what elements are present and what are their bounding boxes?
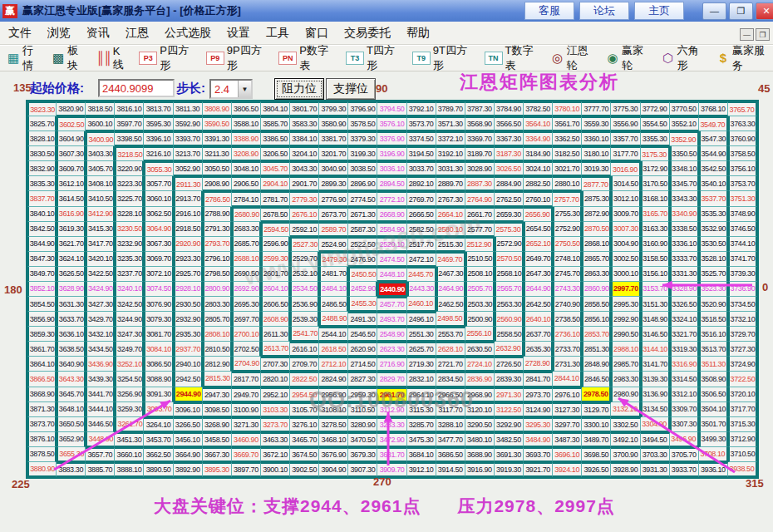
toolbar-button-行情[interactable]: ▦行情 — [7, 43, 42, 73]
grid-cell: 2812.90 — [203, 357, 232, 372]
chevron-down-icon[interactable]: ▼ — [238, 81, 251, 97]
toolbar-button-P数字表[interactable]: PNP数字表 — [278, 43, 337, 73]
grid-cell: 3813.70 — [144, 101, 173, 116]
grid-cell: 3316.90 — [670, 357, 699, 372]
grid-cell: 3854.50 — [27, 297, 57, 312]
menu-item-交易委托[interactable]: 交易委托 — [344, 26, 391, 41]
grid-cell: 2985.70 — [611, 357, 640, 372]
menu-item-文件[interactable]: 文件 — [8, 26, 32, 41]
grid-cell: 3220.90 — [115, 161, 144, 176]
grid-cell: 3249.70 — [115, 342, 144, 357]
quick-button-论坛[interactable]: 论坛 — [579, 2, 629, 20]
grid-cell: 3170.50 — [641, 176, 670, 191]
grid-cell: 2558.50 — [495, 327, 524, 342]
big-wheel-icon: ◉ — [606, 52, 619, 65]
grid-cell: 2647.30 — [524, 267, 553, 282]
grid-cell: 3405.70 — [86, 161, 115, 176]
toolbar-button-P四方形[interactable]: P3P四方形 — [139, 43, 197, 73]
grid-cell: 3266.50 — [174, 417, 203, 432]
menu-item-公式选股[interactable]: 公式选股 — [165, 26, 211, 41]
grid-cell: 3753.70 — [728, 176, 757, 191]
mdi-minimize-button[interactable]: — — [740, 28, 754, 41]
grid-cell: 3259.30 — [115, 402, 144, 417]
grid-cell: 2604.10 — [261, 282, 290, 297]
grid-cell: 3792.10 — [407, 101, 436, 116]
grid-cell: 3876.10 — [27, 432, 57, 447]
grid-cell: 2522.50 — [348, 237, 377, 252]
mdi-restore-button[interactable]: ❐ — [756, 28, 770, 41]
menu-item-设置[interactable]: 设置 — [227, 26, 250, 41]
grid-cell: 3772.90 — [641, 101, 670, 116]
grid-cell: 2896.90 — [348, 176, 377, 191]
grid-cell: 2462.50 — [436, 297, 465, 312]
grid-cell: 3151.30 — [641, 297, 670, 312]
resistance-button[interactable]: 阻力位 — [274, 78, 324, 100]
grid-cell: 3396.10 — [144, 131, 173, 146]
support-button[interactable]: 支撑位 — [326, 78, 376, 100]
grid-cell: 3372.10 — [436, 131, 465, 146]
grid-cell: 3165.70 — [641, 207, 670, 222]
toolbar-button-T四方形[interactable]: T3T四方形 — [346, 43, 403, 73]
toolbar-button-赢家服务[interactable]: $赢家服务 — [716, 43, 773, 73]
quick-button-客服[interactable]: 客服 — [524, 2, 574, 20]
toolbar-button-板块[interactable]: ▩板块 — [52, 43, 87, 73]
grid-cell: 2966.50 — [436, 387, 465, 402]
toolbar-button-9T四方形[interactable]: T99T四方形 — [412, 43, 475, 73]
grid-cell: 3235.30 — [115, 252, 144, 267]
step-combobox[interactable]: 2.4 ▼ — [209, 79, 253, 99]
menu-item-工具[interactable]: 工具 — [266, 26, 289, 41]
grid-cell: 2892.10 — [407, 176, 436, 191]
toolbar-button-9P四方形[interactable]: P99P四方形 — [206, 43, 269, 73]
menu-item-帮助[interactable]: 帮助 — [406, 26, 430, 41]
quick-button-主页[interactable]: 主页 — [634, 2, 684, 20]
grid-cell: 2697.70 — [232, 312, 261, 327]
grid-cell: 2606.50 — [261, 297, 290, 312]
grid-cell: 2928.10 — [174, 282, 203, 297]
grid-cell: 3115.30 — [407, 402, 436, 417]
grid-cell: 2448.10 — [377, 267, 406, 282]
angle-label-270: 270 — [373, 475, 391, 488]
grid-cell: 3326.50 — [670, 297, 699, 312]
grid-cell: 3211.30 — [203, 146, 232, 161]
toolbar-button-K线[interactable]: ║║K线 — [96, 45, 130, 72]
grid-cell: 3859.30 — [27, 327, 57, 342]
grid-cell: 3225.70 — [115, 191, 144, 206]
grid-cell: 3499.30 — [699, 432, 728, 447]
grid-cell: 3482.50 — [495, 432, 524, 447]
menu-item-资讯[interactable]: 资讯 — [86, 26, 110, 41]
restore-button[interactable]: ❐ — [729, 2, 753, 20]
grid-cell: 2688.10 — [232, 252, 261, 267]
grid-cell: 3422.50 — [86, 267, 115, 282]
close-button[interactable]: ✕ — [756, 2, 773, 20]
grid-cell: 3189.70 — [465, 146, 495, 161]
grid-cell: 2947.30 — [203, 387, 232, 402]
grid-cell: 2625.70 — [407, 342, 436, 357]
toolbar-button-T数字表[interactable]: TNT数字表 — [485, 43, 542, 73]
grid-cell: 2956.90 — [319, 387, 348, 402]
grid-cell: 2836.90 — [465, 372, 495, 387]
grid-cell: 3012.10 — [611, 191, 640, 206]
toolbar-button-赢家轮[interactable]: ◉赢家轮 — [606, 43, 652, 73]
grid-cell: 2932.90 — [174, 312, 203, 327]
grid-cell: 2493.70 — [377, 312, 406, 327]
controls-row: 135 起始价格: 步长: 2.4 ▼ 阻力位 支撑位 90 江恩矩阵图表分析 … — [0, 71, 773, 100]
grid-cell: 3336.10 — [670, 237, 699, 252]
start-price-input[interactable] — [98, 79, 175, 97]
toolbar-button-江恩轮[interactable]: ◎江恩轮 — [550, 43, 597, 73]
grid-cell: 2481.70 — [319, 267, 348, 282]
grid-cell: 3496.90 — [670, 432, 699, 447]
menu-item-浏览[interactable]: 浏览 — [47, 26, 71, 41]
menu-item-江恩[interactable]: 江恩 — [126, 26, 149, 41]
toolbar-button-六角形[interactable]: ⬡六角形 — [661, 43, 707, 73]
grid-cell: 3573.70 — [407, 116, 436, 131]
grid-cell: 3789.70 — [436, 101, 465, 116]
grid-cell: 3103.30 — [261, 402, 290, 417]
menu-item-窗口[interactable]: 窗口 — [305, 26, 328, 41]
grid-cell: 2752.90 — [553, 222, 582, 237]
grid-cell: 3223.30 — [115, 176, 144, 191]
grid-cell: 3849.70 — [27, 267, 57, 282]
minimize-button[interactable]: — — [702, 2, 726, 20]
grid-cell: 3014.50 — [611, 176, 640, 191]
grid-cell: 3064.90 — [144, 222, 173, 237]
grid-cell: 3021.70 — [553, 161, 582, 176]
